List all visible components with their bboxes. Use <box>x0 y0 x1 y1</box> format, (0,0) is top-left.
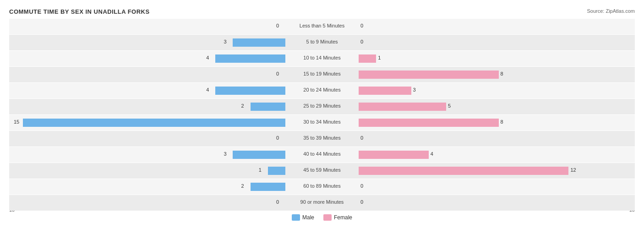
legend-male: Male <box>292 214 314 221</box>
table-row: 45 to 59 Minutes112 <box>9 163 635 179</box>
table-row: 35 to 39 Minutes00 <box>9 131 635 147</box>
row-label: 35 to 39 Minutes <box>285 135 359 141</box>
male-bar <box>233 151 285 159</box>
male-label: Male <box>302 214 314 221</box>
table-row: 25 to 29 Minutes25 <box>9 99 635 114</box>
male-bar <box>251 103 285 111</box>
row-label: 10 to 14 Minutes <box>285 55 359 60</box>
female-bar <box>359 119 499 127</box>
female-value: 5 <box>448 103 451 109</box>
female-label: Female <box>334 214 352 221</box>
female-value: 8 <box>501 119 503 125</box>
row-label: 20 to 24 Minutes <box>285 87 359 92</box>
row-label: 5 to 9 Minutes <box>285 39 359 44</box>
row-label: Less than 5 Minutes <box>285 23 359 28</box>
table-row: 5 to 9 Minutes30 <box>9 35 635 50</box>
male-value: 0 <box>276 199 279 205</box>
male-bar <box>215 54 285 63</box>
male-value: 4 <box>206 87 209 92</box>
male-value: 1 <box>259 167 262 173</box>
male-swatch <box>292 214 300 221</box>
male-bar <box>23 119 285 127</box>
male-value: 2 <box>241 183 244 189</box>
chart-area: Less than 5 Minutes005 to 9 Minutes3010 … <box>9 19 635 206</box>
row-label: 90 or more Minutes <box>285 199 359 205</box>
table-row: Less than 5 Minutes00 <box>9 19 635 34</box>
male-bar <box>251 183 285 191</box>
female-value: 0 <box>360 135 363 141</box>
male-value: 15 <box>14 119 19 125</box>
female-bar <box>359 151 429 159</box>
table-row: 30 to 34 Minutes158 <box>9 115 635 130</box>
legend: Male Female <box>9 214 635 221</box>
chart-title: COMMUTE TIME BY SEX IN UNADILLA FORKS <box>9 8 635 15</box>
male-value: 0 <box>276 71 279 76</box>
female-bar <box>359 167 568 175</box>
female-swatch <box>323 214 332 221</box>
female-bar <box>359 71 499 79</box>
row-label: 30 to 34 Minutes <box>285 119 359 125</box>
female-bar <box>359 103 446 111</box>
female-value: 0 <box>360 183 363 189</box>
female-value: 1 <box>378 55 381 60</box>
table-row: 60 to 89 Minutes20 <box>9 179 635 195</box>
legend-female: Female <box>323 214 352 221</box>
male-bar <box>233 38 285 47</box>
row-label: 45 to 59 Minutes <box>285 167 359 173</box>
female-value: 3 <box>413 87 416 92</box>
row-label: 40 to 44 Minutes <box>285 151 359 157</box>
male-value: 0 <box>276 23 279 28</box>
male-value: 4 <box>206 55 209 60</box>
male-value: 0 <box>276 135 279 141</box>
row-label: 15 to 19 Minutes <box>285 71 359 76</box>
male-bar <box>215 87 285 95</box>
female-value: 0 <box>360 199 363 205</box>
female-bar <box>359 54 376 63</box>
female-bar <box>359 87 411 95</box>
male-value: 2 <box>241 103 244 109</box>
table-row: 20 to 24 Minutes43 <box>9 83 635 98</box>
female-value: 8 <box>501 71 503 76</box>
table-row: 10 to 14 Minutes41 <box>9 51 635 66</box>
chart-container: COMMUTE TIME BY SEX IN UNADILLA FORKS So… <box>0 0 644 239</box>
table-row: 90 or more Minutes00 <box>9 195 635 211</box>
female-value: 0 <box>360 39 363 44</box>
male-value: 3 <box>224 39 226 44</box>
row-label: 60 to 89 Minutes <box>285 183 359 189</box>
female-value: 4 <box>431 151 433 157</box>
female-value: 12 <box>570 167 576 173</box>
table-row: 15 to 19 Minutes08 <box>9 67 635 82</box>
male-value: 3 <box>224 151 226 157</box>
row-label: 25 to 29 Minutes <box>285 103 359 109</box>
table-row: 40 to 44 Minutes34 <box>9 147 635 163</box>
source-label: Source: ZipAtlas.com <box>587 8 635 14</box>
male-bar <box>268 167 285 175</box>
female-value: 0 <box>360 23 363 28</box>
